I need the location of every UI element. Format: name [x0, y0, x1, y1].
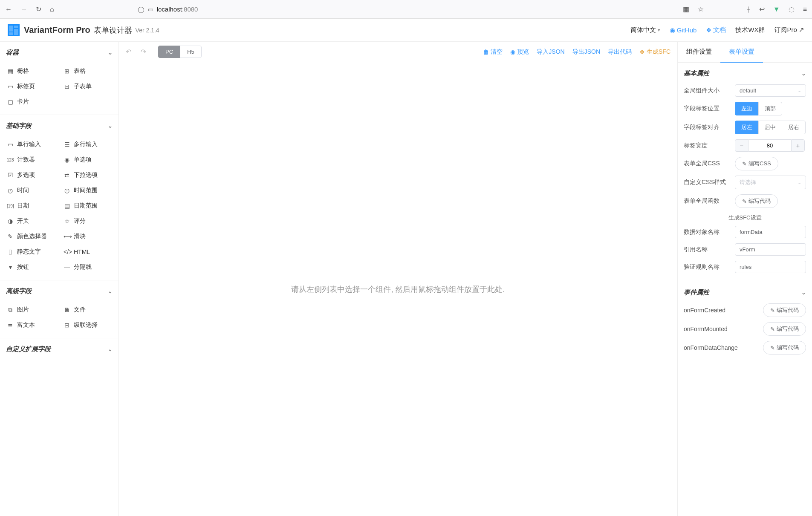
- widget-checkbox[interactable]: ☑多选项: [3, 167, 59, 183]
- svg-rect-2: [14, 26, 18, 28]
- gen-sfc-button[interactable]: ❖生成SFC: [639, 48, 670, 56]
- github-link[interactable]: ◉GitHub: [670, 26, 697, 34]
- widget-image[interactable]: ⧉图片: [3, 302, 59, 317]
- on-form-data-change-button[interactable]: ✎编写代码: [763, 341, 806, 355]
- on-form-mounted-button[interactable]: ✎编写代码: [763, 322, 806, 336]
- label-width-label: 标签宽度: [684, 142, 735, 150]
- widget-switch[interactable]: ◑开关: [3, 213, 59, 229]
- import-json-button[interactable]: 导入JSON: [537, 48, 564, 56]
- preview-button[interactable]: ◉预览: [510, 48, 529, 56]
- widget-time-range[interactable]: ◴时间范围: [59, 183, 116, 198]
- widget-color[interactable]: ✎颜色选择器: [3, 229, 59, 244]
- widget-date-range[interactable]: ▤日期范围: [59, 198, 116, 213]
- browser-chrome: ← → ↻ ⌂ ◯ ▭ localhost:8080 ▦ ☆ ⟊ ↩ ▼ ◌ ≡: [0, 0, 812, 19]
- select-icon: ⇄: [64, 172, 70, 179]
- global-css-label: 表单全局CSS: [684, 160, 735, 167]
- write-css-button[interactable]: ✎编写CSS: [735, 157, 778, 170]
- edit-icon: ✎: [742, 198, 747, 205]
- device-h5-button[interactable]: H5: [180, 46, 202, 58]
- export-code-button[interactable]: 导出代码: [608, 48, 632, 56]
- home-icon[interactable]: ⌂: [50, 6, 54, 13]
- widget-table[interactable]: ⊞表格: [59, 63, 116, 79]
- widget-tabs[interactable]: ▭标签页: [3, 79, 59, 94]
- custom-css-select[interactable]: 请选择⌄: [735, 176, 806, 189]
- chevron-down-icon: ▾: [658, 27, 660, 33]
- label-align-right-button[interactable]: 居右: [782, 121, 806, 134]
- data-object-input[interactable]: [735, 226, 806, 238]
- widget-static-text[interactable]: ⌷静态文字: [3, 244, 59, 259]
- github-icon: ◉: [670, 26, 675, 34]
- basic-props-header[interactable]: 基本属性⌄: [678, 63, 812, 82]
- crop-icon[interactable]: ⟊: [746, 6, 751, 13]
- label-align-left-button[interactable]: 居左: [735, 121, 759, 134]
- html-icon: </>: [64, 248, 70, 255]
- global-size-select[interactable]: default⌄: [735, 84, 806, 97]
- undo-button[interactable]: ↶: [126, 48, 131, 56]
- reload-icon[interactable]: ↻: [36, 5, 41, 13]
- widget-radio[interactable]: ◉单选项: [59, 152, 116, 167]
- tab-component-settings[interactable]: 组件设置: [678, 42, 720, 62]
- widget-grid[interactable]: ▦栅格: [3, 63, 59, 79]
- language-selector[interactable]: 简体中文 ▾: [630, 26, 660, 34]
- chevron-down-icon: ⌄: [108, 288, 113, 294]
- docs-link[interactable]: ❖文档: [706, 26, 726, 34]
- widget-card[interactable]: ▢卡片: [3, 94, 59, 110]
- widget-html[interactable]: </>HTML: [59, 244, 116, 259]
- menu-icon[interactable]: ≡: [803, 6, 807, 13]
- widget-button[interactable]: ▾按钮: [3, 259, 59, 275]
- event-props-header[interactable]: 事件属性⌄: [678, 282, 812, 301]
- redo-button[interactable]: ↷: [141, 48, 146, 56]
- wx-group-link[interactable]: 技术WX群: [735, 26, 765, 34]
- back-icon[interactable]: ←: [5, 6, 12, 13]
- ref-name-input[interactable]: [735, 243, 806, 256]
- widget-rate[interactable]: ☆评分: [59, 213, 116, 229]
- widget-number[interactable]: 123计数器: [3, 152, 59, 167]
- checkbox-icon: ☑: [7, 172, 14, 179]
- label-width-increase-button[interactable]: +: [791, 139, 805, 152]
- on-form-created-button[interactable]: ✎编写代码: [763, 303, 806, 317]
- bookmark-icon[interactable]: ☆: [698, 5, 704, 13]
- header-links: 简体中文 ▾ ◉GitHub ❖文档 技术WX群 订阅Pro ↗: [630, 26, 804, 34]
- chevron-down-icon: ⌄: [108, 346, 113, 352]
- section-containers[interactable]: 容器⌄: [0, 42, 118, 62]
- widget-cascader[interactable]: ⊟级联选择: [59, 317, 116, 333]
- chevron-down-icon: ⌄: [798, 88, 801, 93]
- subscribe-pro-link[interactable]: 订阅Pro ↗: [774, 26, 804, 34]
- widget-time[interactable]: ◷时间: [3, 183, 59, 198]
- device-pc-button[interactable]: PC: [158, 46, 180, 58]
- section-basic-fields[interactable]: 基础字段⌄: [0, 115, 118, 135]
- design-canvas[interactable]: 请从左侧列表中选择一个组件, 然后用鼠标拖动组件放置于此处.: [119, 62, 677, 516]
- section-custom-fields[interactable]: 自定义扩展字段⌄: [0, 338, 118, 358]
- extensions-icon[interactable]: ◌: [789, 5, 795, 13]
- widget-divider[interactable]: —分隔线: [59, 259, 116, 275]
- clear-button[interactable]: 🗑清空: [483, 48, 503, 56]
- vue-devtools-icon[interactable]: ▼: [773, 6, 780, 13]
- widget-slider[interactable]: ⟷滑块: [59, 229, 116, 244]
- label-width-decrease-button[interactable]: −: [735, 139, 748, 152]
- section-advanced-fields[interactable]: 高级字段⌄: [0, 280, 118, 300]
- clock-icon: ◷: [7, 187, 14, 194]
- widget-richtext[interactable]: ≣富文本: [3, 317, 59, 333]
- tab-form-settings[interactable]: 表单设置: [720, 42, 763, 63]
- label-align-center-button[interactable]: 居中: [758, 121, 782, 134]
- widget-date[interactable]: [19]日期: [3, 198, 59, 213]
- widget-select[interactable]: ⇄下拉选项: [59, 167, 116, 183]
- undo-arrow-icon[interactable]: ↩: [759, 5, 765, 13]
- edit-icon: ✎: [742, 161, 747, 167]
- url-bar[interactable]: ◯ ▭ localhost:8080: [61, 6, 676, 13]
- forward-icon[interactable]: →: [20, 6, 27, 13]
- calendar-icon: [19]: [7, 204, 14, 208]
- rules-name-input[interactable]: [735, 261, 806, 273]
- label-pos-left-button[interactable]: 左边: [735, 102, 759, 115]
- center-toolbar: ↶ ↷ PC H5 🗑清空 ◉预览 导入JSON 导出JSON 导出代码 ❖生成…: [119, 42, 677, 62]
- label-width-input[interactable]: [748, 139, 791, 152]
- widget-subform[interactable]: ⊟子表单: [59, 79, 116, 94]
- widget-textarea[interactable]: ☰多行输入: [59, 137, 116, 152]
- widget-input[interactable]: ▭单行输入: [3, 137, 59, 152]
- label-pos-top-button[interactable]: 顶部: [758, 102, 782, 115]
- widget-file[interactable]: 🗎文件: [59, 302, 116, 317]
- image-icon: ⧉: [7, 306, 14, 314]
- qr-icon[interactable]: ▦: [683, 5, 689, 13]
- export-json-button[interactable]: 导出JSON: [572, 48, 600, 56]
- write-funcs-button[interactable]: ✎编写代码: [735, 194, 778, 208]
